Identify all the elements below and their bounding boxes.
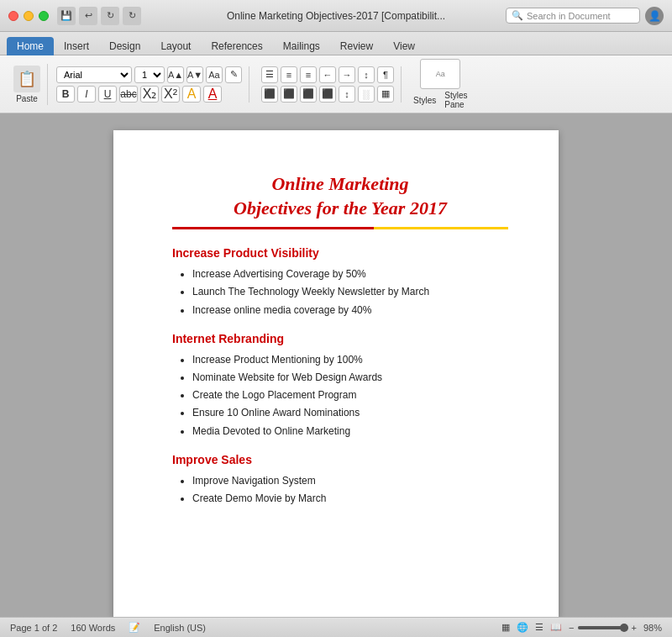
list-item: Create the Logo Placement Program [192,387,508,403]
view-normal-icon[interactable]: ▦ [501,622,510,633]
styles-area: Aa Styles StylesPane [407,59,474,109]
status-bar: Page 1 of 2 160 Words 📝 English (US) ▦ 🌐… [0,617,672,637]
styles-box[interactable]: Aa [420,59,460,89]
font-size-select[interactable]: 16 [134,66,165,83]
styles-pane-label[interactable]: StylesPane [444,91,467,109]
justify-button[interactable]: ⬛ [319,86,336,103]
document-area: Online Marketing Objectives for the Year… [0,113,672,617]
document-title: Online Marketing Objectives for the Year… [172,172,508,220]
section-heading-1: Increase Product Visibility [172,246,508,260]
list-item: Media Devoted to Online Marketing [192,424,508,440]
list-item: Increase online media coverage by 40% [192,303,508,318]
bold-button[interactable]: B [56,86,75,103]
font-select[interactable]: Arial [56,66,132,83]
view-outline-icon[interactable]: ☰ [535,622,543,633]
tab-review[interactable]: Review [330,37,383,55]
search-box[interactable]: 🔍 Search in Document [506,8,640,24]
multilevel-list-button[interactable]: ≡ [300,66,317,83]
close-button[interactable] [8,11,18,21]
line-spacing-button[interactable]: ↕ [339,86,355,103]
window-title: Online Marketing Objectives-2017 [Compat… [227,10,445,22]
zoom-out-icon[interactable]: − [569,623,574,633]
align-left-button[interactable]: ⬛ [261,86,278,103]
highlight-button[interactable]: A [182,86,201,103]
paste-icon[interactable]: 📋 [13,66,40,92]
tab-references[interactable]: References [201,37,272,55]
search-icon: 🔍 [512,10,523,21]
paste-label: Paste [16,94,38,103]
paragraph-mark-button[interactable]: ¶ [377,66,394,83]
toolbar-ribbon: 📋 Paste Arial 16 A▲ A▼ Aa ✎ B I U abc X₂… [0,55,672,113]
title-underline [172,227,508,229]
decrease-font-button[interactable]: A▼ [186,66,203,83]
ribbon-tabs: Home Insert Design Layout References Mai… [0,32,672,55]
language: English (US) [154,623,206,633]
redo-icon[interactable]: ↻ [101,7,119,25]
align-right-button[interactable]: ⬛ [300,86,317,103]
strikethrough-button[interactable]: abc [119,86,138,103]
view-web-icon[interactable]: 🌐 [517,622,528,633]
tab-layout[interactable]: Layout [150,37,201,55]
page-count: Page 1 of 2 [10,623,57,633]
review-icon[interactable]: 📝 [129,622,140,633]
title-bar: 💾 ↩ ↻ ↻ Online Marketing Objectives-2017… [0,0,672,32]
traffic-lights [8,11,49,21]
list-item: Launch The Technology Weekly Newsletter … [192,284,508,300]
list-item: Nominate Website for Web Design Awards [192,370,508,386]
italic-button[interactable]: I [77,86,96,103]
list-item: Ensure 10 Online Award Nominations [192,405,508,421]
styles-label: Styles [413,96,436,105]
paragraph-controls: ☰ ≡ ≡ ← → ↕ ¶ ⬛ ⬛ ⬛ ⬛ ↕ ░ ▦ [255,66,402,103]
eraser-icon[interactable]: ✎ [225,66,242,83]
underline-button[interactable]: U [98,86,117,103]
search-placeholder: Search in Document [527,11,611,21]
zoom-level: 98% [643,623,662,633]
word-count: 160 Words [71,623,115,633]
font-controls: Arial 16 A▲ A▼ Aa ✎ B I U abc X₂ X² A A [56,66,249,103]
user-icon[interactable]: 👤 [645,7,664,25]
document-page: Online Marketing Objectives for the Year… [113,130,559,617]
tab-design[interactable]: Design [99,37,150,55]
zoom-in-icon[interactable]: + [632,623,637,633]
section-heading-3: Improve Sales [172,453,508,466]
bullet-list-button[interactable]: ☰ [261,66,278,83]
tab-home[interactable]: Home [7,37,54,55]
superscript-button[interactable]: X² [161,86,180,103]
list-item: Improve Navigation System [192,473,508,489]
section-heading-2: Internet Rebranding [172,332,508,345]
view-read-icon[interactable]: 📖 [550,622,562,633]
list-item: Increase Advertising Coverage by 50% [192,266,508,282]
section-2-list: Increase Product Mentioning by 100% Nomi… [172,352,508,440]
list-item: Increase Product Mentioning by 100% [192,352,508,368]
shading-button[interactable]: ░ [358,86,375,103]
status-right: ▦ 🌐 ☰ 📖 − + 98% [501,622,662,633]
save-icon[interactable]: 💾 [57,7,76,25]
tab-view[interactable]: View [383,37,425,55]
section-1-list: Increase Advertising Coverage by 50% Lau… [172,266,508,318]
refresh-icon[interactable]: ↻ [123,7,141,25]
increase-indent-button[interactable]: → [339,66,355,83]
sort-button[interactable]: ↕ [358,66,375,83]
paste-group: 📋 Paste [7,64,48,105]
tab-insert[interactable]: Insert [54,37,99,55]
tab-mailings[interactable]: Mailings [273,37,330,55]
list-item: Create Demo Movie by March [192,491,508,507]
font-color-button[interactable]: A [203,86,222,103]
section-3-list: Improve Navigation System Create Demo Mo… [172,473,508,507]
undo-icon[interactable]: ↩ [79,7,97,25]
maximize-button[interactable] [39,11,49,21]
toolbar-icons-left: 💾 ↩ ↻ ↻ [57,7,141,25]
clear-format-button[interactable]: Aa [206,66,223,83]
decrease-indent-button[interactable]: ← [319,66,336,83]
minimize-button[interactable] [24,11,34,21]
align-center-button[interactable]: ⬛ [281,86,297,103]
numbered-list-button[interactable]: ≡ [281,66,297,83]
subscript-button[interactable]: X₂ [140,86,159,103]
increase-font-button[interactable]: A▲ [167,66,184,83]
zoom-bar[interactable]: − + [569,623,637,633]
border-button[interactable]: ▦ [377,86,394,103]
